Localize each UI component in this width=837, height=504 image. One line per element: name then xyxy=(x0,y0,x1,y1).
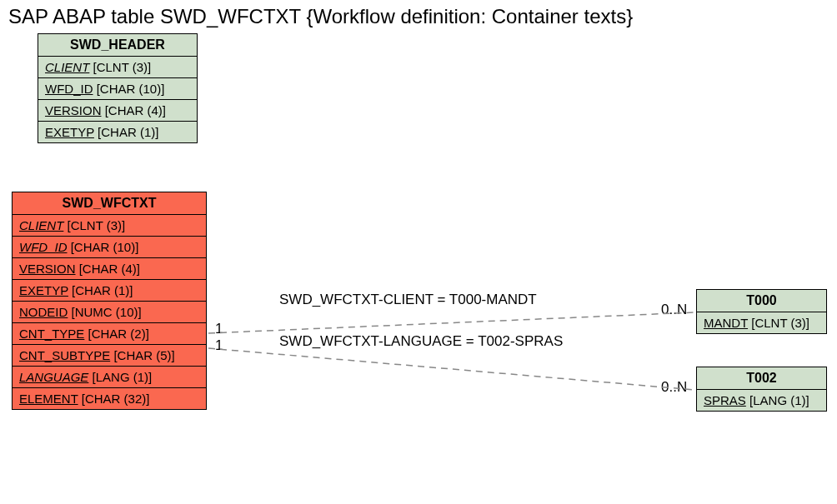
field-row: NODEID [NUMC (10)] xyxy=(13,302,206,323)
cardinality-right: 0..N xyxy=(661,379,687,396)
cardinality-left: 1 xyxy=(215,337,223,354)
entity-swd-header: SWD_HEADER CLIENT [CLNT (3)] WFD_ID [CHA… xyxy=(38,33,198,143)
field-row: ELEMENT [CHAR (32)] xyxy=(13,388,206,409)
field-row: WFD_ID [CHAR (10)] xyxy=(13,237,206,258)
field-row: SPRAS [LANG (1)] xyxy=(697,390,826,411)
entity-header: T000 xyxy=(697,290,826,312)
svg-line-0 xyxy=(208,312,694,333)
field-row: CLIENT [CLNT (3)] xyxy=(38,57,197,78)
field-row: CNT_SUBTYPE [CHAR (5)] xyxy=(13,345,206,367)
field-row: CLIENT [CLNT (3)] xyxy=(13,215,206,237)
field-row: WFD_ID [CHAR (10)] xyxy=(38,78,197,100)
field-row: EXETYP [CHAR (1)] xyxy=(38,122,197,142)
relation-label: SWD_WFCTXT-CLIENT = T000-MANDT xyxy=(279,292,537,308)
entity-header: SWD_WFCTXT xyxy=(13,192,206,215)
entity-header: T002 xyxy=(697,367,826,390)
cardinality-right: 0..N xyxy=(661,302,687,318)
entity-swd-wfctxt: SWD_WFCTXT CLIENT [CLNT (3)] WFD_ID [CHA… xyxy=(12,192,207,410)
svg-line-1 xyxy=(208,348,694,390)
field-row: VERSION [CHAR (4)] xyxy=(38,100,197,122)
entity-header: SWD_HEADER xyxy=(38,34,197,57)
field-row: MANDT [CLNT (3)] xyxy=(697,312,826,333)
field-row: EXETYP [CHAR (1)] xyxy=(13,280,206,302)
entity-t000: T000 MANDT [CLNT (3)] xyxy=(696,289,827,334)
field-row: LANGUAGE [LANG (1)] xyxy=(13,367,206,388)
relation-label: SWD_WFCTXT-LANGUAGE = T002-SPRAS xyxy=(279,333,563,350)
cardinality-left: 1 xyxy=(215,321,223,337)
entity-t002: T002 SPRAS [LANG (1)] xyxy=(696,367,827,412)
field-row: VERSION [CHAR (4)] xyxy=(13,258,206,280)
page-title: SAP ABAP table SWD_WFCTXT {Workflow defi… xyxy=(8,5,633,28)
field-row: CNT_TYPE [CHAR (2)] xyxy=(13,323,206,345)
